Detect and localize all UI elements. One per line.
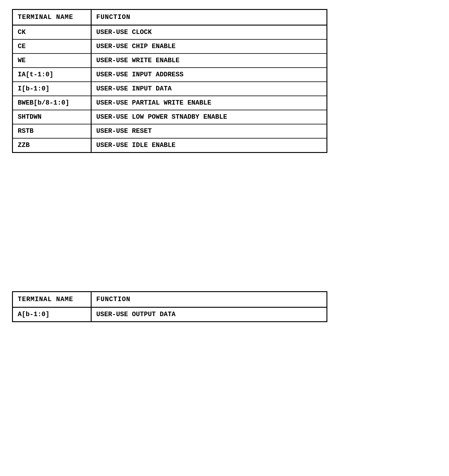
terminal-name-cell: BWEB[b/8-1:0] — [13, 96, 91, 110]
table-row: IA[t-1:0]USER-USE INPUT ADDRESS — [13, 68, 326, 82]
terminal-name-cell: I[b-1:0] — [13, 82, 91, 96]
function-cell: USER-USE CLOCK — [91, 25, 326, 40]
function-cell: USER-USE WRITE ENABLE — [91, 53, 326, 68]
function-cell: USER-USE LOW POWER STNADBY ENABLE — [91, 110, 326, 124]
function-cell: USER-USE IDLE ENABLE — [91, 138, 326, 152]
table1-header-function: FUNCTION — [91, 10, 326, 25]
spacer — [12, 171, 437, 291]
table2-header-terminal: TERMINAL NAME — [13, 292, 91, 307]
terminal-name-cell: CK — [13, 25, 91, 40]
table1-header-terminal: TERMINAL NAME — [13, 10, 91, 25]
table-row: CKUSER-USE CLOCK — [13, 25, 326, 40]
function-cell: USER-USE OUTPUT DATA — [91, 307, 326, 322]
input-terminals-table: TERMINAL NAME FUNCTION CKUSER-USE CLOCKC… — [13, 10, 326, 152]
terminal-name-cell: IA[t-1:0] — [13, 68, 91, 82]
table-row: I[b-1:0]USER-USE INPUT DATA — [13, 82, 326, 96]
page-container: TERMINAL NAME FUNCTION CKUSER-USE CLOCKC… — [12, 9, 437, 322]
table-row: A[b-1:0]USER-USE OUTPUT DATA — [13, 307, 326, 322]
table-row: RSTBUSER-USE RESET — [13, 124, 326, 138]
terminal-name-cell: WE — [13, 53, 91, 68]
table-row: WEUSER-USE WRITE ENABLE — [13, 53, 326, 68]
function-cell: USER-USE PARTIAL WRITE ENABLE — [91, 96, 326, 110]
function-cell: USER-USE CHIP ENABLE — [91, 39, 326, 53]
terminal-name-cell: CE — [13, 39, 91, 53]
terminal-name-cell: ZZB — [13, 138, 91, 152]
table-row: ZZBUSER-USE IDLE ENABLE — [13, 138, 326, 152]
table2-header-function: FUNCTION — [91, 292, 326, 307]
table-row: CEUSER-USE CHIP ENABLE — [13, 39, 326, 53]
terminal-name-cell: RSTB — [13, 124, 91, 138]
terminal-name-cell: A[b-1:0] — [13, 307, 91, 322]
table-row: SHTDWNUSER-USE LOW POWER STNADBY ENABLE — [13, 110, 326, 124]
function-cell: USER-USE RESET — [91, 124, 326, 138]
terminal-name-cell: SHTDWN — [13, 110, 91, 124]
function-cell: USER-USE INPUT DATA — [91, 82, 326, 96]
output-terminals-table-wrapper: TERMINAL NAME FUNCTION A[b-1:0]USER-USE … — [12, 291, 327, 322]
input-terminals-table-wrapper: TERMINAL NAME FUNCTION CKUSER-USE CLOCKC… — [12, 9, 327, 153]
table-row: BWEB[b/8-1:0]USER-USE PARTIAL WRITE ENAB… — [13, 96, 326, 110]
function-cell: USER-USE INPUT ADDRESS — [91, 68, 326, 82]
output-terminals-table: TERMINAL NAME FUNCTION A[b-1:0]USER-USE … — [13, 292, 326, 321]
